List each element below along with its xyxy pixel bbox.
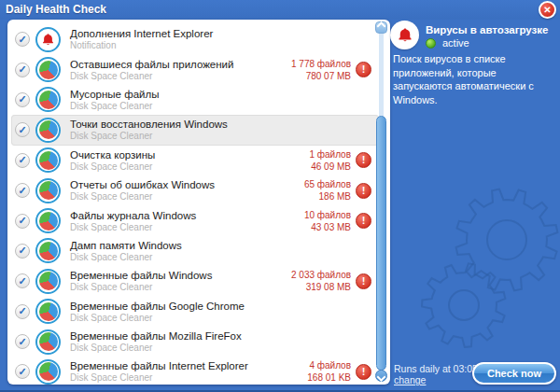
pie-icon [35,87,61,112]
item-size: 319 08 MB [291,281,351,293]
item-values: 10 файлов 43 03 MB [304,209,351,233]
health-check-list: ✓ Дополнения Internet Explorer Notificat… [11,24,379,385]
check-icon: ✓ [18,216,26,226]
list-item[interactable]: ✓ Временные файлы Internet Explorer Disk… [11,357,379,385]
check-icon: ✓ [18,186,26,196]
item-title: Точки восстановления Windows [70,119,228,130]
item-files-count: 1 778 файлов [291,58,351,70]
item-title: Отчеты об ошибках Windows [70,179,215,190]
checkbox[interactable]: ✓ [15,183,30,198]
item-text: Мусорные файлы Disk Space Cleaner [70,89,159,111]
item-files-count: 4 файлов [307,359,351,371]
check-icon: ✓ [18,35,26,45]
item-values: 1 778 файлов 780 07 MB [291,58,351,82]
alert-icon: ! [356,273,371,289]
bell-icon [35,27,61,52]
checkbox[interactable]: ✓ [15,92,30,107]
item-text: Очистка корзины Disk Space Cleaner [70,149,155,172]
item-title: Временные файлы Windows [70,270,212,281]
list-item[interactable]: ✓ Временные файлы Mozilla FireFox Disk S… [11,327,379,357]
item-text: Отчеты об ошибках Windows Disk Space Cle… [70,179,215,202]
list-item[interactable]: ✓ Временные файлы Google Chrome Disk Spa… [11,297,379,327]
checkbox[interactable]: ✓ [15,214,30,229]
list-item[interactable]: ✓ Файлы журнала Windows Disk Space Clean… [11,205,379,235]
pie-icon [35,269,61,294]
item-title: Мусорные файлы [70,89,159,100]
item-text: Временные файлы Mozilla FireFox Disk Spa… [70,330,242,353]
item-values: 1 файлов 46 09 MB [309,148,351,173]
checkbox[interactable]: ✓ [15,364,30,379]
check-icon: ✓ [18,306,26,316]
window-title: Daily Health Check [6,3,106,16]
daily-health-check-window: Daily Health Check ✕ ✓ Дополнения Intern… [0,0,560,392]
item-files-count: 10 файлов [304,209,351,221]
item-title: Временные файлы Mozilla FireFox [70,330,242,342]
item-text: Оставшиеся файлы приложений Disk Space C… [70,59,233,81]
scroll-up-button[interactable] [375,21,387,34]
checkbox[interactable]: ✓ [15,304,30,319]
check-icon: ✓ [18,337,26,347]
list-item[interactable]: ✓ Дамп памяти Windows Disk Space Cleaner [11,236,379,266]
check-icon: ✓ [18,125,26,135]
list-item[interactable]: ✓ Временные файлы Windows Disk Space Cle… [11,266,379,296]
item-text: Файлы журнала Windows Disk Space Cleaner [70,210,196,232]
item-subtitle: Disk Space Cleaner [70,372,248,383]
item-title: Оставшиеся файлы приложений [70,59,233,70]
scrollbar-thumb[interactable] [376,116,386,371]
scrollbar[interactable] [375,21,387,382]
item-files-count: 1 файлов [309,148,351,161]
list-item[interactable]: ✓ Мусорные файлы Disk Space Cleaner [11,85,379,115]
detail-panel: Вирусы в автозагрузке active Поиск вирус… [390,0,560,392]
item-title: Дамп памяти Windows [70,240,182,251]
list-item[interactable]: ✓ Оставшиеся файлы приложений Disk Space… [11,54,379,84]
check-now-button[interactable]: Check now [472,362,556,385]
checkbox[interactable]: ✓ [15,32,30,47]
check-icon: ✓ [18,276,26,287]
pie-icon [35,238,61,263]
alert-icon: ! [356,152,371,168]
pie-icon [35,359,61,385]
item-size: 46 09 MB [309,161,351,173]
pie-icon [35,57,61,82]
checkbox[interactable]: ✓ [15,244,30,259]
pie-icon [35,299,61,324]
item-text: Временные файлы Google Chrome Disk Space… [70,301,245,323]
list-item[interactable]: ✓ Очистка корзины Disk Space Cleaner 1 ф… [11,146,379,175]
pie-icon [35,118,61,143]
list-item[interactable]: ✓ Дополнения Internet Explorer Notificat… [11,24,379,54]
checkbox[interactable]: ✓ [15,63,30,77]
scroll-down-button[interactable] [375,370,387,382]
check-icon: ✓ [18,367,26,377]
checkbox[interactable]: ✓ [15,153,30,168]
alert-icon: ! [356,183,371,199]
item-values: 65 файлов 186 MB [304,178,351,203]
checkbox[interactable]: ✓ [15,273,30,288]
item-size: 43 03 MB [304,221,351,233]
pie-icon [35,329,61,355]
item-text: Точки восстановления Windows Disk Space … [70,119,228,141]
item-title: Временные файлы Google Chrome [70,301,245,312]
detail-title: Вирусы в автозагрузке [426,24,548,35]
item-size: 168 01 KB [307,371,351,384]
list-item[interactable]: ✓ Точки восстановления Windows Disk Spac… [11,115,379,145]
item-subtitle: Disk Space Cleaner [70,282,212,292]
alert-icon: ! [356,364,371,380]
item-subtitle: Disk Space Cleaner [70,191,215,202]
check-icon: ✓ [18,245,26,256]
check-icon: ✓ [18,94,26,105]
item-subtitle: Disk Space Cleaner [70,131,228,141]
item-subtitle: Disk Space Cleaner [70,161,155,172]
checkbox[interactable]: ✓ [15,122,30,137]
item-subtitle: Disk Space Cleaner [70,252,182,262]
item-subtitle: Notification [70,40,213,50]
pie-icon [35,208,61,233]
status-dot-icon [426,38,436,49]
item-subtitle: Disk Space Cleaner [70,101,159,111]
chevron-down-icon [377,372,386,382]
bell-icon [390,21,419,49]
change-link[interactable]: change [394,374,426,385]
list-item[interactable]: ✓ Отчеты об ошибках Windows Disk Space C… [11,175,379,205]
chevron-up-icon [377,21,386,31]
checkbox[interactable]: ✓ [15,334,30,349]
item-subtitle: Disk Space Cleaner [70,313,245,323]
